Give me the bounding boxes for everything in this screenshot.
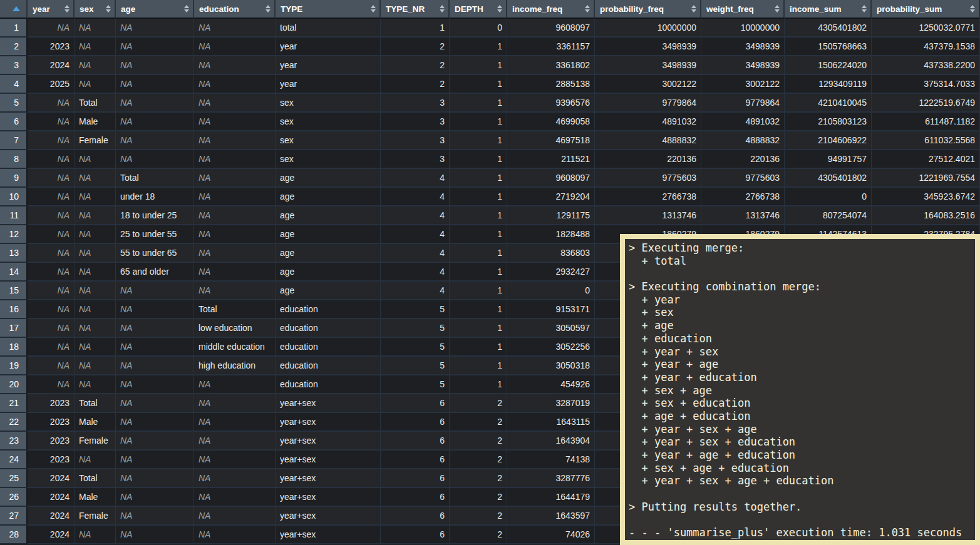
cell: 2024 [28,469,75,488]
console-line: + year + sex + education [629,435,971,449]
sort-ascending-icon[interactable] [13,6,20,11]
sort-arrows-icon[interactable] [862,5,867,13]
cell: 1 [450,282,507,300]
cell: 2 [450,432,507,451]
row-number-column-header[interactable] [0,0,28,19]
column-header-probability_freq[interactable]: probability_freq [595,0,701,19]
cell: 211521 [507,150,595,169]
sort-arrows-icon[interactable] [970,5,975,13]
cell: NA [194,56,276,75]
cell: NA [28,113,75,131]
column-header-weight_freq[interactable]: weight_freq [701,0,785,19]
sort-arrows-icon[interactable] [775,5,780,13]
column-header-sex[interactable]: sex [75,0,116,19]
console-line: + sex [629,306,971,319]
column-header-label: sex [80,4,94,14]
console-line: + year + education [629,371,971,384]
column-header-DEPTH[interactable]: DEPTH [450,0,507,19]
cell: 1506224020 [785,56,872,75]
cell: 3050597 [507,319,595,338]
cell: 2885138 [507,75,595,94]
cell: NA [75,150,116,169]
column-header-income_sum[interactable]: income_sum [785,0,872,19]
cell: 1 [450,94,507,113]
cell: NA [116,357,194,375]
console-overlay: > Executing merge: + total > Executing c… [620,234,980,545]
sort-arrows-icon[interactable] [184,5,189,13]
cell: 3287776 [507,469,595,488]
cell: education [276,319,381,338]
table-row: 42025NANANAyear2128851383002122300212212… [0,75,980,94]
cell: NA [194,206,276,225]
cell: NA [28,19,75,38]
cell: 1 [381,19,450,38]
cell: 25 to under 55 [116,225,194,244]
sort-up-icon [106,5,111,8]
cell: NA [194,413,276,432]
sort-down-icon [862,9,867,13]
row-number: 17 [0,319,28,338]
column-header-label: age [121,4,135,14]
row-number: 20 [0,375,28,394]
cell: 437379.1538 [872,38,980,56]
column-header-age[interactable]: age [116,0,194,19]
column-header-TYPE[interactable]: TYPE [276,0,381,19]
cell: 3 [381,113,450,131]
cell: year+sex [276,432,381,451]
column-header-label: TYPE_NR [386,4,425,14]
cell: NA [28,319,75,338]
cell: under 18 [116,188,194,206]
cell: NA [194,150,276,169]
table-row: 1NANANANAtotal10960809710000000100000004… [0,19,980,38]
cell: NA [116,413,194,432]
cell: NA [75,244,116,263]
console-line [629,487,971,501]
cell: year+sex [276,507,381,526]
cell: 6 [381,469,450,488]
cell: 4 [381,188,450,206]
cell: 1505768663 [785,38,872,56]
row-number: 7 [0,131,28,150]
cell: 437338.2200 [872,56,980,75]
cell: 1313746 [701,206,785,225]
column-header-income_freq[interactable]: income_freq [507,0,595,19]
sort-arrows-icon[interactable] [497,5,502,13]
cell: 2 [381,75,450,94]
table-row: 5NATotalNANAsex3193965769779864977986442… [0,94,980,113]
row-number: 15 [0,282,28,300]
sort-arrows-icon[interactable] [371,5,376,13]
row-number: 18 [0,338,28,357]
cell: 1221969.7554 [872,169,980,188]
sort-arrows-icon[interactable] [440,5,445,13]
column-header-year[interactable]: year [28,0,75,19]
column-header-education[interactable]: education [194,0,276,19]
cell: 3361802 [507,56,595,75]
cell: 18 to under 25 [116,206,194,225]
sort-arrows-icon[interactable] [64,5,70,13]
cell: 836803 [507,244,595,263]
cell: 1 [450,244,507,263]
sort-arrows-icon[interactable] [691,5,696,13]
cell: 6 [381,413,450,432]
cell: NA [75,338,116,357]
cell: year [276,56,381,75]
cell: NA [194,169,276,188]
cell: Total [194,300,276,319]
cell: NA [116,94,194,113]
sort-arrows-icon[interactable] [585,5,590,13]
sort-arrows-icon[interactable] [106,5,111,13]
cell: 1 [450,206,507,225]
sort-arrows-icon[interactable] [266,5,271,13]
cell: NA [75,357,116,375]
cell: NA [75,169,116,188]
sort-up-icon [497,5,502,8]
cell: 2024 [28,526,75,544]
cell: NA [194,469,276,488]
cell: 4 [381,282,450,300]
sort-up-icon [440,5,445,8]
table-header-row: yearsexageeducationTYPETYPE_NRDEPTHincom… [0,0,980,19]
cell: NA [116,507,194,526]
cell: NA [116,394,194,413]
column-header-probability_sum[interactable]: probability_sum [872,0,980,19]
column-header-TYPE_NR[interactable]: TYPE_NR [381,0,450,19]
